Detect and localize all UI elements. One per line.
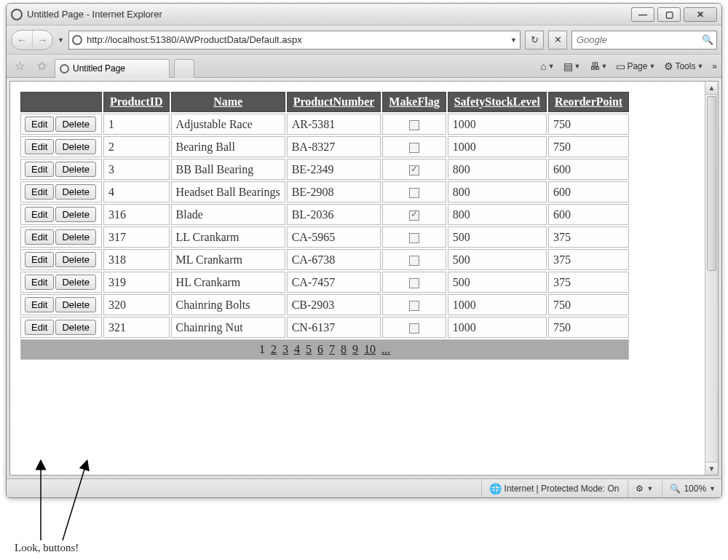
pager-link[interactable]: 4: [294, 343, 300, 355]
delete-button[interactable]: Delete: [55, 184, 96, 200]
edit-button[interactable]: Edit: [25, 207, 54, 222]
edit-button[interactable]: Edit: [25, 297, 54, 312]
address-bar[interactable]: ▼: [68, 31, 521, 50]
close-button[interactable]: ✕: [684, 7, 717, 22]
url-input[interactable]: [85, 33, 507, 46]
home-icon: ⌂: [540, 60, 546, 72]
edit-button[interactable]: Edit: [25, 184, 54, 200]
url-dropdown-icon[interactable]: ▼: [510, 36, 517, 44]
print-button[interactable]: 🖶▼: [590, 60, 608, 72]
scroll-up-icon[interactable]: ▲: [705, 82, 718, 95]
pager-link[interactable]: 2: [271, 343, 277, 355]
edit-button[interactable]: Edit: [25, 275, 54, 290]
cell-reorderpoint: 750: [548, 136, 629, 157]
delete-button[interactable]: Delete: [55, 297, 96, 312]
delete-button[interactable]: Delete: [55, 117, 96, 132]
tab-title: Untitled Page: [73, 63, 125, 74]
tab-active[interactable]: Untitled Page: [55, 59, 170, 78]
cell-productid: 4: [103, 181, 170, 202]
edit-button[interactable]: Edit: [25, 117, 54, 132]
feeds-button[interactable]: ▤▼: [563, 60, 581, 72]
pager-row: 1 2 3 4 5 6 7 8 9 10 ...: [20, 339, 629, 360]
edit-button[interactable]: Edit: [25, 139, 54, 154]
protected-mode-toggle[interactable]: ⚙ ▼: [628, 479, 653, 497]
cell-productnumber: BL-2036: [287, 204, 381, 225]
delete-button[interactable]: Delete: [55, 139, 96, 154]
cell-safetystocklevel: 500: [448, 226, 547, 248]
header-productid[interactable]: ProductID: [103, 92, 170, 112]
refresh-button[interactable]: ↻: [525, 31, 544, 50]
cell-productnumber: BE-2349: [287, 159, 381, 180]
delete-button[interactable]: Delete: [55, 162, 96, 177]
pager-link[interactable]: 9: [352, 343, 358, 355]
edit-button[interactable]: Edit: [25, 229, 54, 245]
edit-button[interactable]: Edit: [25, 162, 54, 177]
header-makeflag[interactable]: MakeFlag: [382, 92, 446, 112]
page-content: ProductID Name ProductNumber MakeFlag Sa…: [9, 81, 719, 476]
pager-link[interactable]: 8: [341, 343, 347, 355]
cell-safetystocklevel: 800: [448, 181, 547, 202]
pager-current: 1: [259, 343, 265, 355]
search-icon[interactable]: 🔍: [702, 34, 713, 45]
pager-link[interactable]: 10: [364, 343, 376, 355]
zoom-icon: 🔍: [670, 484, 681, 494]
pager-link[interactable]: 3: [282, 343, 288, 355]
cell-safetystocklevel: 500: [448, 272, 547, 293]
forward-button[interactable]: →: [32, 31, 52, 50]
back-button[interactable]: ←: [12, 31, 32, 50]
cell-reorderpoint: 600: [548, 204, 629, 225]
delete-button[interactable]: Delete: [55, 207, 96, 222]
header-name[interactable]: Name: [171, 92, 285, 112]
search-input[interactable]: [575, 33, 702, 46]
cell-productid: 320: [103, 294, 170, 315]
zoom-value: 100%: [684, 484, 706, 494]
command-bar: ⌂▼ ▤▼ 🖶▼ ▭Page▼ ⚙Tools▼ »: [540, 60, 717, 72]
cell-makeflag: [382, 114, 446, 135]
scroll-down-icon[interactable]: ▼: [705, 462, 718, 475]
add-favorites-icon[interactable]: ✩: [33, 58, 50, 75]
header-safetystocklevel[interactable]: SafetyStockLevel: [448, 92, 547, 112]
tools-menu[interactable]: ⚙Tools▼: [664, 60, 703, 72]
cell-safetystocklevel: 1000: [448, 136, 547, 157]
nav-history-dropdown[interactable]: ▼: [58, 36, 64, 44]
favorites-star-icon[interactable]: ☆: [11, 58, 28, 75]
home-button[interactable]: ⌂▼: [540, 60, 554, 72]
pager-link[interactable]: ...: [381, 343, 390, 355]
page-menu[interactable]: ▭Page▼: [616, 60, 655, 72]
cell-productnumber: CA-6738: [287, 249, 381, 270]
makeflag-checkbox: [409, 188, 419, 198]
makeflag-checkbox: [409, 256, 419, 266]
vertical-scrollbar[interactable]: ▲ ▼: [705, 82, 718, 475]
cell-makeflag: [382, 294, 446, 315]
table-row: EditDelete321Chainring NutCN-61371000750: [20, 317, 629, 338]
cell-name: Bearing Ball: [171, 136, 285, 157]
overflow-chevron-icon[interactable]: »: [712, 61, 717, 71]
minimize-button[interactable]: —: [631, 7, 654, 22]
scroll-thumb[interactable]: [707, 96, 716, 271]
search-box[interactable]: 🔍: [571, 31, 717, 50]
pager-link[interactable]: 5: [306, 343, 312, 355]
zoom-control[interactable]: 🔍 100% ▼: [662, 479, 716, 497]
pager-link[interactable]: 6: [317, 343, 323, 355]
pager-link[interactable]: 7: [329, 343, 335, 355]
new-tab-button[interactable]: [174, 59, 194, 78]
cell-productid: 317: [103, 226, 170, 248]
delete-button[interactable]: Delete: [55, 275, 96, 290]
cell-productid: 3: [103, 159, 170, 180]
product-grid: ProductID Name ProductNumber MakeFlag Sa…: [19, 90, 630, 361]
cell-productid: 318: [103, 249, 170, 270]
edit-button[interactable]: Edit: [25, 252, 54, 267]
cell-name: Chainring Bolts: [171, 294, 285, 315]
header-reorderpoint[interactable]: ReorderPoint: [548, 92, 629, 112]
delete-button[interactable]: Delete: [55, 320, 96, 335]
maximize-button[interactable]: ▢: [657, 7, 681, 22]
table-row: EditDelete2Bearing BallBA-83271000750: [20, 136, 629, 157]
edit-button[interactable]: Edit: [25, 320, 54, 335]
header-productnumber[interactable]: ProductNumber: [287, 92, 381, 112]
pager: 1 2 3 4 5 6 7 8 9 10 ...: [20, 339, 629, 360]
stop-button[interactable]: ✕: [548, 31, 567, 50]
delete-button[interactable]: Delete: [55, 252, 96, 267]
cell-reorderpoint: 600: [548, 181, 629, 202]
delete-button[interactable]: Delete: [55, 229, 96, 245]
security-zone: 🌐 Internet | Protected Mode: On: [481, 479, 620, 497]
